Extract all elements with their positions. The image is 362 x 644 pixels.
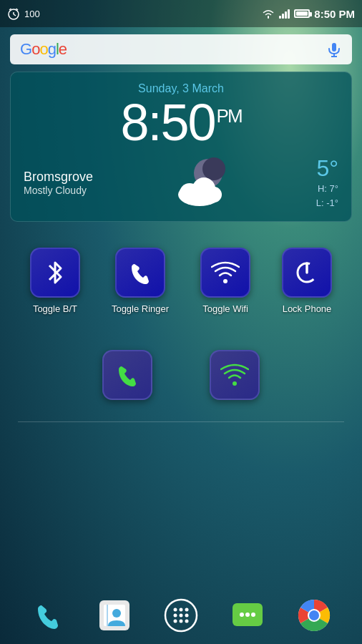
toggle-bt-icon[interactable] (30, 248, 80, 298)
svg-point-26 (173, 614, 177, 618)
lock-phone-item[interactable]: Lock Phone (282, 248, 332, 314)
status-time: 8:50 PM (314, 8, 355, 20)
toggle-wifi-item[interactable]: Toggle Wifi (200, 248, 250, 314)
svg-point-29 (173, 620, 177, 623)
dock-contacts-icon (97, 597, 132, 633)
toggle-ringer-item[interactable]: Toggle Ringer (112, 248, 169, 314)
app-grid-row1: Toggle B/T Toggle Ringer Toggle Wifi (0, 226, 362, 321)
svg-point-21 (112, 609, 121, 618)
toggle-ringer-icon[interactable] (115, 248, 165, 298)
svg-point-25 (185, 608, 188, 612)
battery-icon (294, 9, 310, 18)
mic-icon[interactable] (326, 42, 342, 57)
wifi-green-item[interactable] (210, 350, 260, 400)
weather-time: 8:50PM (24, 97, 338, 148)
wifi-status-icon (262, 9, 275, 19)
dock-contacts[interactable] (94, 595, 134, 635)
dock-chrome-icon (296, 597, 332, 633)
status-right: 8:50 PM (262, 8, 355, 20)
svg-point-38 (309, 610, 319, 620)
weather-widget: Sunday, 3 March 8:50PM Bromsgrove Mostly… (10, 72, 352, 222)
svg-rect-5 (332, 43, 336, 52)
weather-icon-area (93, 157, 316, 208)
search-bar[interactable]: Google (10, 34, 352, 64)
toggle-wifi-label: Toggle Wifi (202, 303, 248, 314)
svg-point-34 (245, 613, 250, 617)
toggle-wifi-icon[interactable] (200, 248, 250, 298)
svg-rect-20 (107, 605, 108, 626)
lock-phone-icon[interactable] (282, 248, 332, 298)
weather-bottom: Bromsgrove Mostly Cloudy 5° H: 7° L: -1° (24, 155, 338, 210)
weather-temp: 5° H: 7° L: -1° (316, 155, 338, 210)
toggle-bt-item[interactable]: Toggle B/T (30, 248, 80, 314)
wifi-icon (211, 258, 240, 287)
svg-point-9 (202, 157, 225, 180)
status-bar: 100 8:50 PM (0, 0, 362, 27)
svg-point-23 (173, 608, 177, 612)
alarm-icon (7, 7, 20, 20)
divider (18, 421, 343, 422)
svg-point-28 (185, 614, 188, 618)
toggle-ringer-label: Toggle Ringer (112, 303, 169, 314)
svg-line-2 (14, 14, 16, 16)
ringer-phone-icon (126, 258, 155, 287)
svg-point-17 (233, 381, 237, 386)
phone-green-item[interactable] (102, 350, 152, 400)
weather-city: Bromsgrove (24, 170, 93, 185)
svg-point-31 (185, 620, 188, 623)
wifi-green-svg (220, 361, 249, 389)
battery-percent: 100 (24, 9, 40, 19)
svg-point-14 (223, 279, 228, 283)
svg-point-35 (251, 613, 255, 617)
svg-point-27 (179, 614, 182, 618)
dock-apps[interactable] (161, 595, 201, 635)
dock-phone[interactable] (28, 595, 68, 635)
weather-location: Bromsgrove Mostly Cloudy (24, 170, 93, 196)
power-icon (293, 258, 321, 287)
temp-high-low: H: 7° L: -1° (316, 182, 338, 210)
dock (0, 587, 362, 644)
temp-main: 5° (316, 155, 338, 182)
phone-green-svg (113, 361, 142, 389)
toggle-bt-label: Toggle B/T (33, 303, 77, 314)
lock-phone-label: Lock Phone (283, 303, 332, 314)
google-logo: Google (20, 40, 67, 59)
dock-chrome[interactable] (294, 595, 334, 635)
status-left: 100 (7, 7, 40, 20)
bluetooth-icon (41, 258, 69, 287)
svg-point-24 (179, 608, 182, 612)
dock-phone-icon (31, 599, 64, 632)
app-grid-row2 (0, 321, 362, 407)
phone-green-icon[interactable] (102, 350, 152, 400)
svg-point-30 (179, 620, 182, 623)
dock-messages[interactable] (228, 595, 268, 635)
weather-condition: Mostly Cloudy (24, 185, 93, 196)
wifi-green-icon[interactable] (210, 350, 260, 400)
dock-messages-icon (230, 597, 265, 633)
weather-cloud-icon (172, 157, 237, 208)
signal-icon (279, 9, 290, 19)
svg-point-33 (240, 613, 244, 617)
dock-apps-icon (163, 597, 199, 633)
svg-point-13 (206, 187, 222, 203)
